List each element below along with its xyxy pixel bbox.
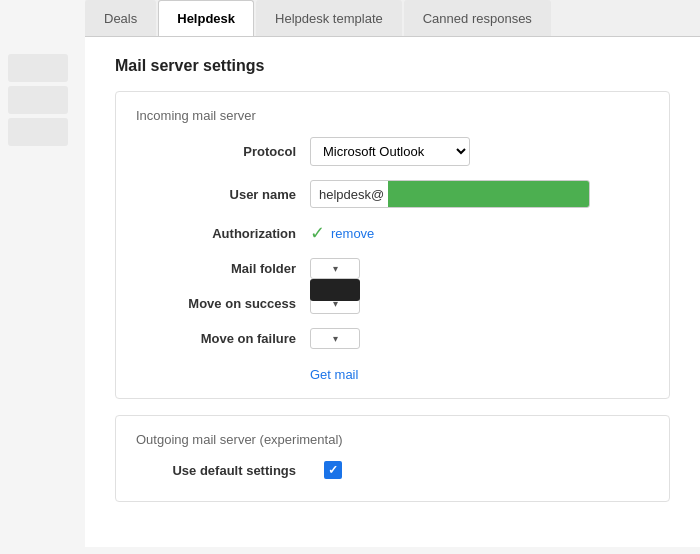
chevron-down-icon-3: ▾ bbox=[333, 333, 338, 344]
move-on-failure-label: Move on failure bbox=[136, 331, 296, 346]
incoming-section-label: Incoming mail server bbox=[136, 108, 649, 123]
sidebar-item-1 bbox=[8, 54, 68, 82]
tab-bar: Deals Helpdesk Helpdesk template Canned … bbox=[85, 0, 700, 37]
mail-folder-menu bbox=[310, 279, 360, 301]
user-name-label: User name bbox=[136, 187, 296, 202]
authorization-control: ✓ remove bbox=[310, 222, 590, 244]
sidebar-item-3 bbox=[8, 118, 68, 146]
move-on-failure-row: Move on failure ▾ bbox=[136, 328, 649, 349]
user-name-control: helpdesk@ bbox=[310, 180, 590, 208]
mail-folder-dropdown-container: ▾ bbox=[310, 258, 360, 279]
authorization-row: Authorization ✓ remove bbox=[136, 222, 649, 244]
move-on-success-row: Move on success ▾ bbox=[136, 293, 649, 314]
auth-remove-link[interactable]: remove bbox=[331, 226, 374, 241]
user-name-value bbox=[388, 181, 589, 207]
use-default-settings-row: Use default settings ✓ bbox=[136, 461, 649, 479]
authorization-label: Authorization bbox=[136, 226, 296, 241]
tab-helpdesk[interactable]: Helpdesk bbox=[158, 0, 254, 36]
outgoing-mail-section: Outgoing mail server (experimental) Use … bbox=[115, 415, 670, 502]
auth-checkmark-icon: ✓ bbox=[310, 222, 325, 244]
sidebar bbox=[0, 44, 85, 156]
tab-helpdesk-template[interactable]: Helpdesk template bbox=[256, 0, 402, 36]
protocol-row: Protocol Microsoft Outlook IMAP POP3 bbox=[136, 137, 649, 166]
use-default-checkbox[interactable]: ✓ bbox=[324, 461, 342, 479]
protocol-select[interactable]: Microsoft Outlook IMAP POP3 bbox=[310, 137, 470, 166]
outgoing-section-label: Outgoing mail server (experimental) bbox=[136, 432, 649, 447]
move-on-failure-dropdown[interactable]: ▾ bbox=[310, 328, 360, 349]
move-on-success-label: Move on success bbox=[136, 296, 296, 311]
get-mail-container: Get mail bbox=[136, 363, 649, 382]
use-default-control: ✓ bbox=[324, 461, 604, 479]
use-default-label: Use default settings bbox=[136, 463, 296, 478]
page-title: Mail server settings bbox=[115, 57, 670, 75]
get-mail-link[interactable]: Get mail bbox=[310, 367, 358, 382]
user-name-prefix: helpdesk@ bbox=[311, 187, 388, 202]
move-on-failure-control: ▾ bbox=[310, 328, 590, 349]
user-name-input[interactable]: helpdesk@ bbox=[310, 180, 590, 208]
chevron-down-icon: ▾ bbox=[333, 263, 338, 274]
mail-folder-label: Mail folder bbox=[136, 261, 296, 276]
tab-canned-responses[interactable]: Canned responses bbox=[404, 0, 551, 36]
user-name-row: User name helpdesk@ bbox=[136, 180, 649, 208]
protocol-label: Protocol bbox=[136, 144, 296, 159]
mail-folder-control: ▾ bbox=[310, 258, 590, 279]
tab-deals[interactable]: Deals bbox=[85, 0, 156, 36]
protocol-control: Microsoft Outlook IMAP POP3 bbox=[310, 137, 590, 166]
mail-folder-dropdown[interactable]: ▾ bbox=[310, 258, 360, 279]
mail-folder-row: Mail folder ▾ bbox=[136, 258, 649, 279]
sidebar-item-2 bbox=[8, 86, 68, 114]
checkmark-icon: ✓ bbox=[328, 463, 338, 477]
main-content: Mail server settings Incoming mail serve… bbox=[85, 37, 700, 547]
incoming-mail-section: Incoming mail server Protocol Microsoft … bbox=[115, 91, 670, 399]
